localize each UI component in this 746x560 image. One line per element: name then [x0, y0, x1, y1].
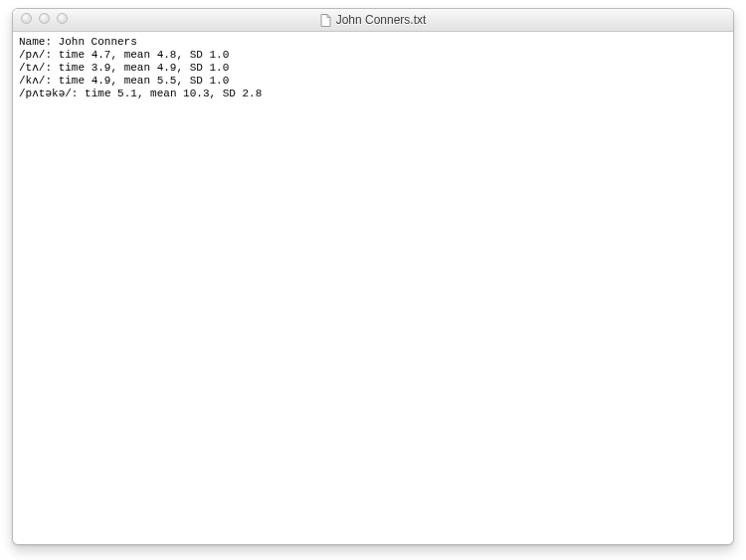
close-icon[interactable]: [21, 13, 32, 24]
minimize-icon[interactable]: [39, 13, 50, 24]
text-line: /pʌ/: time 4.7, mean 4.8, SD 1.0: [19, 49, 229, 61]
text-editor-window: John Conners.txt Name: John Conners /pʌ/…: [12, 8, 734, 545]
text-line: Name: John Conners: [19, 36, 137, 48]
window-title: John Conners.txt: [336, 13, 427, 27]
titlebar[interactable]: John Conners.txt: [13, 9, 733, 32]
zoom-icon[interactable]: [57, 13, 68, 24]
text-content[interactable]: Name: John Conners /pʌ/: time 4.7, mean …: [13, 32, 733, 104]
canvas: John Conners.txt Name: John Conners /pʌ/…: [0, 0, 746, 560]
text-line: /tʌ/: time 3.9, mean 4.9, SD 1.0: [19, 62, 229, 74]
document-icon: [320, 14, 331, 27]
text-line: /kʌ/: time 4.9, mean 5.5, SD 1.0: [19, 75, 229, 87]
traffic-lights: [21, 13, 68, 24]
text-line: /pʌtəkə/: time 5.1, mean 10.3, SD 2.8: [19, 88, 262, 99]
window-title-wrap: John Conners.txt: [320, 13, 427, 27]
